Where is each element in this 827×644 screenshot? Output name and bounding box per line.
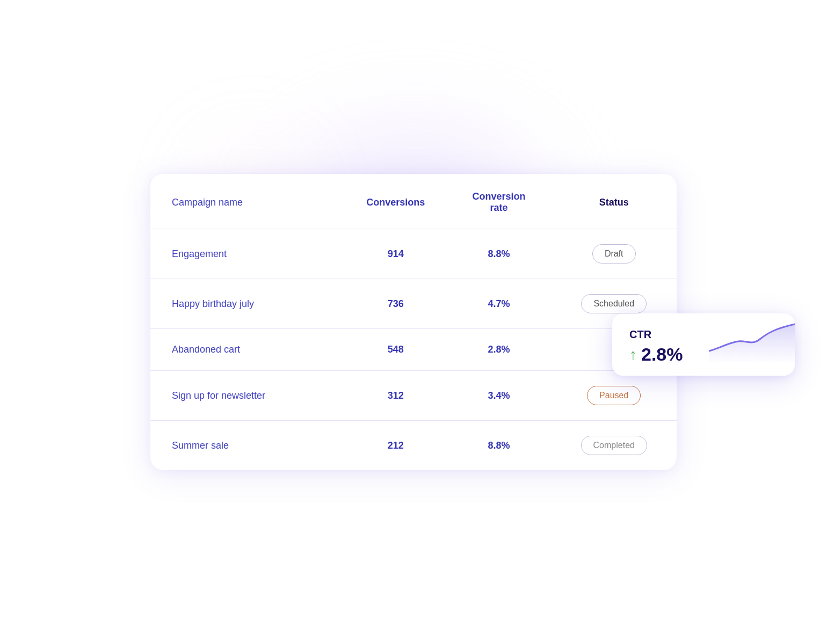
page-wrapper: Campaign name Conversions Conversion rat…: [91, 107, 736, 537]
status-badge: Draft: [592, 244, 636, 264]
ctr-trend-arrow: ↑: [629, 346, 637, 363]
rate-value: 4.7%: [446, 279, 551, 329]
conversions-value: 914: [345, 229, 446, 279]
rate-value: 8.8%: [446, 229, 551, 279]
status-cell: Draft: [551, 229, 677, 279]
status-cell: Completed: [551, 421, 677, 471]
status-badge: Completed: [581, 436, 647, 455]
table-row: Abandoned cart 548 2.8%: [150, 329, 677, 371]
col-header-status: Status: [551, 174, 677, 229]
ctr-number: 2.8%: [641, 344, 683, 365]
conversions-value: 312: [345, 371, 446, 421]
conversions-value: 212: [345, 421, 446, 471]
col-header-campaign: Campaign name: [150, 174, 345, 229]
table-row: Summer sale 212 8.8% Completed: [150, 421, 677, 471]
table-row: Engagement 914 8.8% Draft: [150, 229, 677, 279]
campaign-table-card: Campaign name Conversions Conversion rat…: [150, 174, 677, 470]
conversions-value: 736: [345, 279, 446, 329]
col-header-conversions: Conversions: [345, 174, 446, 229]
campaign-name: Engagement: [150, 229, 345, 279]
rate-value: 3.4%: [446, 371, 551, 421]
ctr-widget-card: CTR ↑ 2.8%: [612, 313, 795, 376]
table-row: Happy birthday july 736 4.7% Scheduled: [150, 279, 677, 329]
status-badge: Paused: [587, 386, 641, 405]
rate-value: 2.8%: [446, 329, 551, 371]
table-row: Sign up for newsletter 312 3.4% Paused: [150, 371, 677, 421]
status-badge: Scheduled: [581, 294, 647, 313]
campaign-name: Happy birthday july: [150, 279, 345, 329]
campaign-name: Summer sale: [150, 421, 345, 471]
col-header-rate: Conversion rate: [446, 174, 551, 229]
status-cell: Paused: [551, 371, 677, 421]
rate-value: 8.8%: [446, 421, 551, 471]
campaign-name: Sign up for newsletter: [150, 371, 345, 421]
campaign-table: Campaign name Conversions Conversion rat…: [150, 174, 677, 470]
sparkline-chart: [709, 319, 795, 362]
table-header-row: Campaign name Conversions Conversion rat…: [150, 174, 677, 229]
campaign-name: Abandoned cart: [150, 329, 345, 371]
conversions-value: 548: [345, 329, 446, 371]
